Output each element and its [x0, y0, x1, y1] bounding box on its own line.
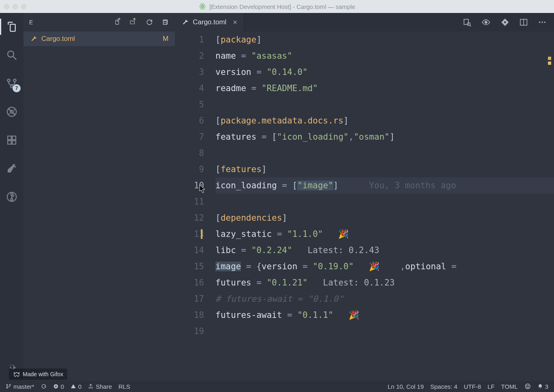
- svg-point-7: [13, 79, 16, 81]
- extensions-activity[interactable]: [4, 133, 19, 147]
- svg-point-24: [11, 198, 13, 200]
- new-file-icon[interactable]: +: [114, 18, 123, 27]
- code-line[interactable]: lazy_static = "1.1.0" 🎉: [215, 226, 554, 242]
- svg-rect-19: [8, 141, 11, 144]
- encoding-status[interactable]: UTF-8: [464, 383, 481, 390]
- zoom-window-button[interactable]: [21, 4, 26, 9]
- debug-activity[interactable]: [4, 104, 19, 119]
- window-controls: [4, 4, 26, 9]
- search-activity[interactable]: [4, 48, 19, 62]
- svg-rect-17: [8, 136, 11, 140]
- code-line[interactable]: [215, 323, 554, 339]
- code-line[interactable]: futures = "0.1.21" Latest: 0.1.23: [215, 275, 554, 291]
- language-status[interactable]: TOML: [501, 383, 518, 390]
- code-line[interactable]: [215, 194, 554, 210]
- refresh-icon[interactable]: [145, 18, 154, 27]
- warnings-status[interactable]: 0: [70, 383, 81, 390]
- mouse-cursor: [199, 185, 207, 194]
- sidebar-section-label: E: [29, 19, 108, 26]
- svg-point-30: [485, 21, 487, 23]
- svg-point-35: [541, 21, 543, 23]
- svg-point-31: [504, 21, 506, 23]
- svg-line-29: [470, 25, 471, 26]
- code-line[interactable]: image = {version = "0.19.0" 🎉 ,optional …: [215, 258, 554, 275]
- svg-line-14: [14, 109, 15, 111]
- svg-point-36: [544, 21, 546, 23]
- file-status-badge: M: [163, 35, 168, 43]
- preview-icon[interactable]: [481, 18, 491, 27]
- code-line[interactable]: [215, 96, 554, 113]
- code-line[interactable]: [features]: [215, 161, 554, 177]
- window-title: [Extension Development Host] - Cargo.tom…: [199, 3, 355, 10]
- code-line[interactable]: libc = "0.2.24" Latest: 0.2.43: [215, 242, 554, 258]
- eol-status[interactable]: LF: [488, 383, 495, 390]
- find-references-icon[interactable]: [462, 18, 471, 27]
- live-share-activity[interactable]: [4, 161, 19, 176]
- errors-status[interactable]: 0: [53, 383, 64, 390]
- statusbar: master* 0 0 Share RLS Ln 10, Col 19 Spac…: [0, 381, 554, 392]
- svg-rect-27: [464, 19, 469, 25]
- share-status[interactable]: Share: [88, 383, 112, 390]
- svg-point-34: [539, 21, 541, 23]
- editor-area: Cargo.toml × 123456789101112131415161718…: [175, 13, 554, 381]
- explorer-activity[interactable]: [4, 19, 19, 34]
- code-line[interactable]: [215, 145, 554, 161]
- close-icon[interactable]: ×: [233, 18, 237, 27]
- svg-point-0: [202, 6, 203, 7]
- window-title-text: [Extension Development Host] - Cargo.tom…: [209, 3, 355, 10]
- split-editor-icon[interactable]: [519, 18, 528, 27]
- wrench-icon: [181, 19, 189, 26]
- svg-point-38: [9, 384, 11, 386]
- more-icon[interactable]: [538, 18, 547, 27]
- gifox-watermark: Made with Gifox: [9, 369, 67, 380]
- svg-point-37: [6, 384, 8, 386]
- svg-point-4: [8, 51, 14, 57]
- code-line[interactable]: futures-await = "0.1.1" 🎉: [215, 307, 554, 323]
- code-lines[interactable]: [package]name = "asasas"version = "0.14.…: [215, 32, 554, 381]
- svg-rect-20: [12, 141, 16, 144]
- svg-point-28: [467, 23, 470, 26]
- tab-cargo-toml[interactable]: Cargo.toml ×: [175, 13, 244, 32]
- minimize-window-button[interactable]: [13, 4, 18, 9]
- activity-bar: 7: [0, 13, 23, 381]
- cursor-position[interactable]: Ln 10, Col 19: [388, 383, 424, 390]
- explorer-sidebar: E + + Cargo.toml M: [23, 13, 175, 381]
- titlebar: [Extension Development Host] - Cargo.tom…: [0, 0, 554, 13]
- app-icon: [199, 3, 206, 10]
- code-line[interactable]: name = "asasas": [215, 48, 554, 64]
- editor-actions: [455, 13, 554, 32]
- rls-status[interactable]: RLS: [118, 383, 130, 390]
- close-window-button[interactable]: [4, 4, 9, 9]
- code-line[interactable]: version = "0.14.0": [215, 64, 554, 80]
- svg-line-15: [9, 113, 10, 115]
- git-blame-annotation: You, 3 months ago: [338, 181, 456, 190]
- new-folder-icon[interactable]: +: [130, 18, 138, 27]
- wrench-icon: [30, 35, 37, 43]
- indent-status[interactable]: Spaces: 4: [430, 383, 458, 390]
- code-line[interactable]: readme = "README.md": [215, 80, 554, 96]
- notifications-status[interactable]: 3: [537, 383, 548, 390]
- branch-status[interactable]: master*: [6, 383, 34, 390]
- code-line[interactable]: [package.metadata.docs.rs]: [215, 113, 554, 129]
- gitlens-activity[interactable]: [4, 190, 19, 204]
- file-row[interactable]: Cargo.toml M: [23, 32, 175, 46]
- svg-point-6: [7, 79, 10, 81]
- scm-activity[interactable]: 7: [4, 76, 19, 91]
- feedback-status[interactable]: [524, 383, 531, 390]
- svg-rect-18: [12, 136, 16, 140]
- code-line[interactable]: [package]: [215, 32, 554, 48]
- code-line[interactable]: # futures-await = "0.1.0": [215, 291, 554, 307]
- svg-point-43: [525, 384, 530, 389]
- svg-point-45: [528, 386, 528, 386]
- sync-status[interactable]: [41, 383, 47, 389]
- code-line[interactable]: [dependencies]: [215, 210, 554, 226]
- code-line[interactable]: icon_loading = ["image"] You, 3 months a…: [215, 177, 554, 194]
- minimap[interactable]: [545, 32, 554, 381]
- code-editor[interactable]: 12345678910111213141516171819 [package]n…: [175, 32, 554, 381]
- file-name: Cargo.toml: [41, 35, 75, 43]
- collapse-all-icon[interactable]: [160, 18, 169, 27]
- svg-point-39: [6, 387, 8, 388]
- code-line[interactable]: features = ["icon_loading","osman"]: [215, 129, 554, 145]
- line-gutter: 12345678910111213141516171819: [175, 32, 215, 381]
- source-control-icon[interactable]: [501, 18, 509, 27]
